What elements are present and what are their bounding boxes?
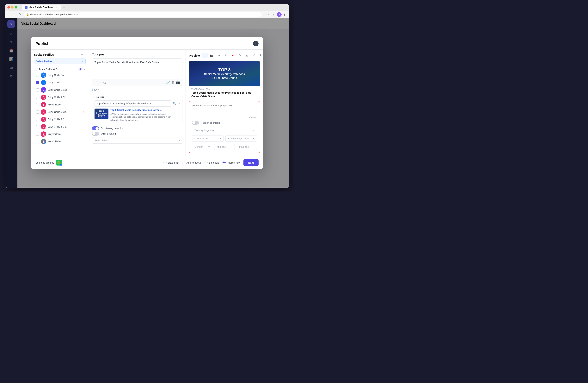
profile-name: Juicy Chills Group — [48, 89, 85, 91]
schedule-option[interactable]: Schedule — [205, 161, 219, 164]
utm-tracking-row: UTM tracking — [92, 132, 182, 136]
schedule-radio[interactable] — [205, 161, 208, 164]
hashtag-button[interactable]: # — [100, 81, 101, 84]
selected-profile-avatar: 🟢 f — [56, 160, 62, 165]
group-collapse-icon[interactable]: ∧ — [84, 68, 85, 70]
add-to-queue-radio[interactable] — [182, 161, 185, 164]
country-targeting-dropdown[interactable]: Country targeting ▾ — [192, 127, 257, 133]
back-button[interactable]: ‹ — [7, 12, 11, 17]
profile-avatar: j ▣ — [41, 131, 46, 137]
profile-checkbox[interactable] — [36, 133, 39, 136]
profile-checkbox-checked[interactable]: ✓ — [36, 81, 39, 84]
toggle-knob — [92, 132, 95, 135]
share-icon[interactable]: ↑ — [264, 12, 267, 17]
modal-close-button[interactable]: × — [253, 41, 259, 46]
shortening-toggle[interactable] — [92, 126, 99, 130]
call-to-action-dropdown[interactable]: Call to action ▾ — [192, 135, 224, 142]
platform-vimeo[interactable]: V — [251, 53, 256, 58]
browser-menu-icon[interactable]: ⋮ — [282, 12, 287, 17]
profile-checkbox[interactable] — [36, 118, 39, 121]
platform-linkedin[interactable]: in — [216, 53, 222, 58]
platform-youtube[interactable]: ▶ — [230, 53, 235, 58]
select-profiles-dropdown[interactable]: Select Profiles · 1 ▾ — [34, 59, 85, 64]
cta-chevron: ▾ — [220, 137, 221, 140]
link-url-input-row: 🔍 × — [95, 100, 180, 107]
url-text: vistasocial.com/dashboard?openPublishMod… — [30, 13, 78, 16]
user-avatar[interactable]: A — [277, 12, 282, 17]
group-checkbox[interactable] — [34, 68, 37, 71]
group-count-badge: 1 — [78, 68, 82, 70]
post-panel-title: Your post — [92, 53, 182, 56]
labels-dropdown[interactable]: Select labels ▾ — [92, 137, 182, 144]
link-url-input[interactable] — [95, 100, 171, 107]
profile-item[interactable]: j ▣ juicychillsco — [35, 131, 85, 138]
min-age-input[interactable]: Min age — [214, 144, 234, 150]
utm-label: UTM tracking — [101, 132, 116, 135]
profile-item[interactable]: J ▣ Juicy Chills & Co. ⚠ — [35, 108, 85, 116]
active-tab[interactable]: Vista Social - Dashboard × — [22, 5, 61, 10]
profile-item[interactable]: J ▣ Juicy Chills & Co. — [35, 116, 85, 123]
profile-checkbox[interactable] — [36, 74, 39, 77]
profile-item[interactable]: j f juicychillsco — [35, 138, 85, 145]
profile-item[interactable]: J f Juicy Chills Group — [35, 86, 85, 94]
maximize-traffic-light[interactable] — [15, 6, 17, 8]
refresh-button[interactable]: ↻ — [17, 12, 22, 17]
save-draft-option[interactable]: Save draft — [164, 161, 179, 164]
post-textarea-wrapper: Top 8 Social Media Security Practices to… — [92, 58, 182, 86]
filter-icon[interactable]: ≡ — [81, 53, 83, 56]
profile-item[interactable]: ✓ J f Juicy Chills & Co. — [35, 79, 85, 86]
profile-checkbox[interactable] — [36, 125, 39, 128]
publish-now-option[interactable]: Publish now — [223, 161, 240, 164]
profile-checkbox[interactable] — [36, 96, 39, 99]
browser-menu-chevron[interactable]: ⌄ — [284, 5, 287, 9]
max-age-input[interactable]: Max age — [237, 144, 257, 150]
platform-discord[interactable]: ◎ — [244, 53, 250, 58]
tab-favicon — [25, 6, 27, 9]
extensions-icon[interactable]: ⚙ — [272, 12, 276, 17]
post-text-input[interactable]: Top 8 Social Media Security Practices to… — [92, 59, 182, 78]
forward-button[interactable]: › — [12, 12, 16, 17]
profile-checkbox[interactable] — [36, 111, 39, 113]
profile-item[interactable]: j ▣ juicychillsco — [35, 101, 85, 108]
labels-chevron-icon: ▾ — [179, 139, 180, 142]
clear-url-icon[interactable]: × — [178, 102, 180, 105]
save-draft-radio[interactable] — [164, 161, 167, 164]
gender-dropdown[interactable]: Gender ▾ — [192, 144, 212, 150]
close-traffic-light[interactable] — [7, 6, 10, 8]
next-button[interactable]: Next — [243, 159, 259, 166]
tab-close-button[interactable]: × — [55, 6, 58, 9]
publish-as-image-toggle[interactable] — [192, 121, 199, 125]
camera-button[interactable]: 📷 — [176, 80, 180, 84]
first-comment-input[interactable] — [192, 104, 257, 116]
utm-toggle[interactable] — [92, 132, 99, 136]
emoji-button[interactable]: ☺ — [95, 81, 98, 84]
platform-google[interactable]: G — [237, 53, 242, 58]
profile-checkbox[interactable] — [36, 140, 39, 143]
link-button[interactable]: 🔗 — [166, 80, 170, 84]
platform-pinterest[interactable]: P — [258, 53, 263, 58]
profile-checkbox[interactable] — [36, 103, 39, 106]
profile-item[interactable]: J ▣ Juicy Chills & Co. — [35, 94, 85, 101]
relationship-status-dropdown[interactable]: Relationship status ▾ — [225, 135, 257, 142]
profile-item[interactable]: J f Juicy Chills Co. — [35, 71, 85, 79]
platform-twitter[interactable]: 𝕏 — [223, 53, 229, 58]
media-button[interactable]: ▦ — [172, 80, 174, 84]
collapse-icon[interactable]: ‹ — [85, 53, 85, 56]
bookmark-icon[interactable]: ☆ — [267, 12, 271, 17]
new-tab-button[interactable]: + — [62, 6, 66, 9]
platform-instagram[interactable]: 📷 — [209, 53, 215, 58]
profile-checkbox[interactable] — [36, 88, 39, 91]
address-bar[interactable]: 🔒 vistasocial.com/dashboard?openPublishM… — [24, 12, 262, 17]
search-icon[interactable]: 🔍 — [173, 102, 177, 105]
preview-post-meta: VISTASOCIAL.COM Top 8 Social Media Secur… — [189, 86, 260, 98]
browser-toolbar-icons: ↑ ☆ ⚙ A ⋮ — [264, 12, 287, 17]
publish-now-radio[interactable] — [223, 161, 226, 164]
toggle-knob — [95, 127, 99, 130]
add-to-queue-option[interactable]: Add to queue — [182, 161, 201, 164]
profile-group-header[interactable]: Juicy Chills & Co. 1 ∧ — [34, 67, 85, 71]
mention-button[interactable]: @ — [103, 81, 106, 84]
platform-facebook[interactable]: f — [202, 53, 208, 58]
minimize-traffic-light[interactable] — [11, 6, 14, 8]
profile-item[interactable]: J ▣ Juicy Chills & Co. — [35, 123, 85, 131]
profile-avatar: J f — [41, 80, 46, 85]
